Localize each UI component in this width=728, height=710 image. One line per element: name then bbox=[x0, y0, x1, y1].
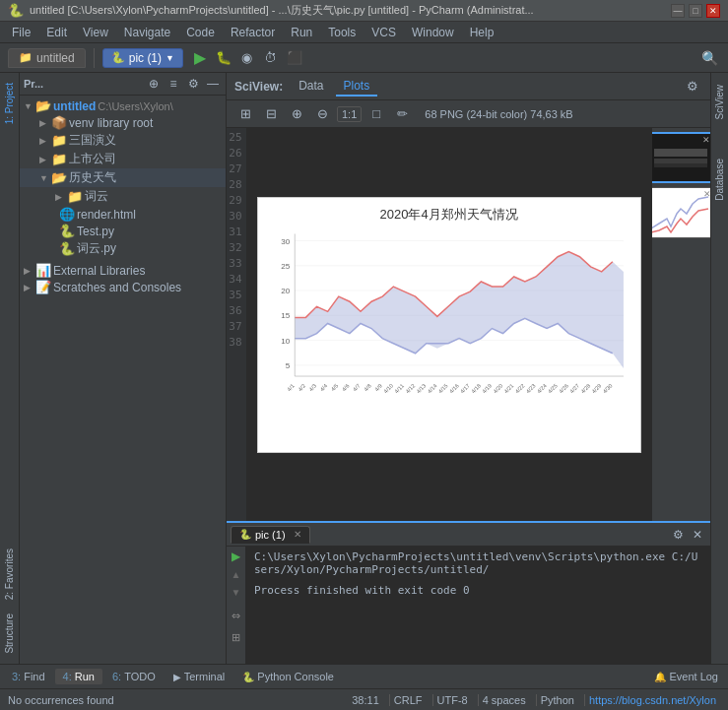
tab-python-console[interactable]: 🐍 Python Console bbox=[234, 669, 342, 684]
tree-item-scratches[interactable]: ▶ 📝 Scratches and Consoles bbox=[20, 279, 226, 295]
sidebar-settings-btn[interactable]: ⚙ bbox=[184, 75, 202, 93]
run-filter-btn[interactable]: ⊞ bbox=[229, 627, 244, 647]
svg-text:4/1: 4/1 bbox=[286, 382, 296, 392]
tree-item-untitled[interactable]: ▼ 📂 untitled C:\Users\Xylon\ bbox=[20, 97, 226, 114]
sciview-tab-plots[interactable]: Plots bbox=[336, 77, 378, 97]
line-num-34: 34 bbox=[229, 272, 241, 288]
title-text: untitled [C:\Users\Xylon\PycharmProjects… bbox=[30, 3, 671, 18]
py-file-icon: 🐍 bbox=[59, 241, 75, 256]
vtab-favorites[interactable]: 2: Favorites bbox=[2, 543, 17, 606]
title-bar: 🐍 untitled [C:\Users\Xylon\PycharmProjec… bbox=[0, 0, 728, 22]
event-log[interactable]: 🔔 Event Log bbox=[648, 671, 724, 682]
run-config-dropdown[interactable]: 🐍 pic (1) ▼ bbox=[102, 48, 183, 68]
caret-position[interactable]: 38:11 bbox=[348, 694, 383, 706]
menu-edit[interactable]: Edit bbox=[38, 24, 75, 41]
tree-item-render-html[interactable]: 🌐 render.html bbox=[20, 206, 226, 223]
tree-item-scratches-label: Scratches and Consoles bbox=[53, 281, 181, 294]
run-tab-label: pic (1) bbox=[255, 529, 286, 541]
right-tab-database[interactable]: Database bbox=[712, 151, 727, 209]
tree-item-ciyun-py[interactable]: 🐍 词云.py bbox=[20, 239, 226, 258]
run-settings-btn[interactable]: ⚙ bbox=[669, 526, 687, 544]
csdn-url[interactable]: https://blog.csdn.net/Xylon bbox=[584, 694, 720, 706]
svg-text:4/13: 4/13 bbox=[415, 382, 427, 394]
tab-terminal[interactable]: ▶ Terminal bbox=[165, 669, 233, 684]
indent-info[interactable]: 4 spaces bbox=[478, 694, 530, 706]
arrow-icon: ▶ bbox=[55, 192, 65, 202]
actual-size-btn[interactable]: □ bbox=[365, 103, 387, 125]
tree-item-sanguoyanyi[interactable]: ▶ 📁 三国演义 bbox=[20, 131, 226, 150]
html-file-icon: 🌐 bbox=[59, 207, 75, 222]
tab-run[interactable]: 4: Run bbox=[55, 669, 102, 684]
tab-find[interactable]: 3: Find bbox=[4, 669, 53, 684]
grid-btn[interactable]: ⊟ bbox=[260, 103, 282, 125]
zoom-out-btn[interactable]: ⊖ bbox=[311, 103, 333, 125]
stop-button[interactable]: ⬛ bbox=[284, 47, 305, 69]
toolbar-search[interactable]: 🔍 bbox=[698, 47, 720, 69]
menu-help[interactable]: Help bbox=[462, 24, 502, 41]
svg-text:4/22: 4/22 bbox=[513, 382, 525, 394]
maximize-button[interactable]: □ bbox=[689, 4, 702, 18]
right-tab-sciview[interactable]: SciView bbox=[712, 77, 727, 127]
menu-view[interactable]: View bbox=[75, 24, 116, 41]
sidebar-collapse-btn[interactable]: — bbox=[204, 75, 222, 93]
thumbnail-2[interactable]: ✕ bbox=[651, 187, 710, 238]
fit-page-btn[interactable]: ⊞ bbox=[234, 103, 256, 125]
tab-todo[interactable]: 6: TODO bbox=[104, 669, 164, 684]
thumb-close-btn[interactable]: ✕ bbox=[702, 135, 710, 145]
close-button[interactable]: ✕ bbox=[706, 4, 720, 18]
encoding[interactable]: UTF-8 bbox=[432, 694, 472, 706]
folder-icon: 📁 bbox=[51, 152, 67, 166]
run-tab-close[interactable]: ✕ bbox=[294, 529, 301, 540]
sciview-tab-data[interactable]: Data bbox=[291, 77, 331, 97]
tree-item-shangshigongsi[interactable]: ▶ 📁 上市公司 bbox=[20, 150, 226, 168]
coverage-button[interactable]: ◉ bbox=[236, 47, 258, 69]
tree-item-ciyun-folder[interactable]: ▶ 📁 词云 bbox=[20, 187, 226, 206]
python-console-label: Python Console bbox=[257, 671, 334, 682]
zoom-in-btn[interactable]: ⊕ bbox=[286, 103, 307, 125]
menu-refactor[interactable]: Refactor bbox=[223, 24, 283, 41]
menu-vcs[interactable]: VCS bbox=[364, 24, 404, 41]
line-ending[interactable]: CRLF bbox=[389, 694, 427, 706]
menu-window[interactable]: Window bbox=[404, 24, 462, 41]
sciview-settings-btn[interactable]: ⚙ bbox=[683, 77, 702, 97]
scratch-icon: 📝 bbox=[35, 280, 51, 294]
run-wrap-btn[interactable]: ⇔ bbox=[229, 606, 244, 625]
no-occurrences: No occurrences found bbox=[8, 694, 114, 706]
svg-text:4/27: 4/27 bbox=[568, 382, 580, 394]
svg-text:4/8: 4/8 bbox=[363, 382, 372, 392]
vtab-structure[interactable]: Structure bbox=[2, 608, 17, 660]
run-scroll-up[interactable]: ▲ bbox=[229, 566, 244, 582]
menu-navigate[interactable]: Navigate bbox=[116, 24, 178, 41]
sidebar-add-btn[interactable]: ⊕ bbox=[145, 75, 163, 93]
project-tab[interactable]: 📁 untitled bbox=[8, 48, 86, 68]
tree-item-lishitianqi[interactable]: ▼ 📂 历史天气 bbox=[20, 168, 226, 187]
thumb2-close-btn[interactable]: ✕ bbox=[703, 189, 710, 199]
python-version[interactable]: Python bbox=[536, 694, 578, 706]
vtab-project[interactable]: 1: Project bbox=[2, 77, 17, 130]
run-tab-active[interactable]: 🐍 pic (1) ✕ bbox=[231, 526, 310, 544]
menu-run[interactable]: Run bbox=[283, 24, 320, 41]
run-button[interactable]: ▶ bbox=[189, 47, 211, 69]
run-tools-right: ⚙ ✕ bbox=[669, 526, 706, 544]
menu-file[interactable]: File bbox=[4, 24, 38, 41]
run-panel: 🐍 pic (1) ✕ ⚙ ✕ ▶ ▲ ▼ bbox=[227, 521, 710, 664]
minimize-button[interactable]: — bbox=[671, 4, 685, 18]
sidebar-layout-btn[interactable]: ≡ bbox=[165, 75, 182, 93]
window-controls: — □ ✕ bbox=[671, 4, 720, 18]
svg-text:4/4: 4/4 bbox=[318, 382, 328, 392]
run-scroll-down[interactable]: ▼ bbox=[229, 584, 244, 600]
venv-icon: 📦 bbox=[51, 115, 67, 130]
tree-item-external-libs[interactable]: ▶ 📊 External Libraries bbox=[20, 262, 226, 279]
run-close-btn[interactable]: ✕ bbox=[689, 526, 706, 544]
eyedropper-btn[interactable]: ✏ bbox=[391, 103, 413, 125]
debug-button[interactable]: 🐛 bbox=[213, 47, 234, 69]
run-play-btn[interactable]: ▶ bbox=[229, 549, 244, 564]
menu-code[interactable]: Code bbox=[178, 24, 223, 41]
run-side-controls: ▶ ▲ ▼ ⇔ ⊞ bbox=[227, 547, 246, 664]
thumbnail-1[interactable]: ✕ bbox=[651, 132, 710, 183]
menu-tools[interactable]: Tools bbox=[320, 24, 364, 41]
profile-button[interactable]: ⏱ bbox=[260, 47, 282, 69]
line-numbers: 25 26 27 28 29 30 31 32 33 34 35 36 37 3… bbox=[227, 128, 247, 521]
tree-item-venv[interactable]: ▶ 📦 venv library root bbox=[20, 114, 226, 131]
tree-item-test-py[interactable]: 🐍 Test.py bbox=[20, 223, 226, 239]
